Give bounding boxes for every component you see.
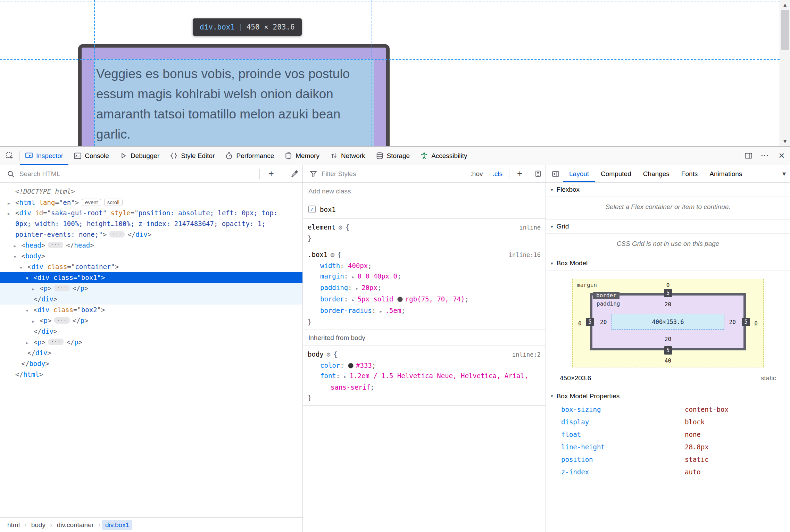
margin-right-value[interactable]: 0: [754, 320, 758, 326]
more-options-icon[interactable]: ···: [757, 147, 773, 165]
add-class-input[interactable]: Add new class: [303, 183, 546, 200]
markup-node[interactable]: ▸<p>···</p>: [0, 337, 302, 348]
markup-node[interactable]: </div>: [0, 348, 302, 358]
all-tabs-icon[interactable]: ▼: [778, 165, 790, 182]
box-model-section-header[interactable]: ▾ Box Model: [546, 256, 790, 271]
border-right-value[interactable]: 5: [742, 318, 750, 326]
property-name[interactable]: border: [320, 295, 344, 303]
twisty-icon[interactable]: ▸: [26, 338, 34, 348]
tab-storage[interactable]: Storage: [371, 147, 415, 165]
grid-section-header[interactable]: ▾ Grid: [546, 219, 790, 234]
scroll-down-icon[interactable]: ▼: [780, 136, 790, 146]
box-model-properties-header[interactable]: ▾ Box Model Properties: [546, 389, 790, 403]
scrollbar-thumb[interactable]: [781, 10, 789, 50]
markup-node[interactable]: ▸<head>···</head>: [0, 240, 302, 251]
badge-event[interactable]: event: [82, 199, 101, 206]
markup-node-selected[interactable]: ▾<div class="box1">: [0, 272, 302, 283]
page-scrollbar[interactable]: ▲ ▼: [780, 0, 790, 146]
css-declaration[interactable]: padding: ▸20px;: [303, 282, 546, 294]
search-input[interactable]: [19, 170, 256, 178]
css-declaration[interactable]: margin: ▸0 0 40px 0;: [303, 271, 546, 282]
twisty-icon[interactable]: ▸: [14, 241, 22, 251]
tab-network[interactable]: Network: [325, 147, 371, 165]
markup-node[interactable]: 0px; width: 100%; height…100%; z-index: …: [0, 218, 302, 229]
breadcrumb-item[interactable]: body: [28, 520, 49, 530]
padding-bottom-value[interactable]: 20: [665, 336, 671, 342]
breadcrumb-item-selected[interactable]: div.box1: [102, 520, 132, 530]
box-model-border-box[interactable]: border 5 5 5 5 padding 20 20 20 20 400×1…: [590, 293, 746, 350]
ellipsis-expander[interactable]: ···: [48, 242, 63, 248]
margin-bottom-value[interactable]: 40: [665, 357, 671, 364]
gear-icon[interactable]: ⚙: [338, 224, 343, 231]
badge-scroll[interactable]: scroll: [104, 199, 123, 206]
property-name[interactable]: font: [320, 372, 336, 380]
css-declaration[interactable]: border-radius: ▸.5em;: [303, 305, 546, 317]
flexbox-section-header[interactable]: ▾ Flexbox: [546, 183, 790, 197]
breadcrumb-item[interactable]: html: [4, 520, 23, 530]
breadcrumb-item[interactable]: div.container: [54, 520, 97, 530]
filter-styles-input[interactable]: [322, 170, 464, 178]
box-model-content-box[interactable]: 400×153.6: [612, 314, 724, 330]
twisty-icon[interactable]: ▸: [8, 208, 15, 219]
pseudo-class-button[interactable]: :hov: [467, 170, 486, 178]
twisty-icon[interactable]: ▸: [8, 198, 15, 209]
tab-performance[interactable]: Performance: [220, 147, 279, 165]
markup-node[interactable]: ▾<body>: [0, 251, 302, 261]
markup-node[interactable]: ▸<p>···</p>: [0, 283, 302, 294]
gear-icon[interactable]: ⚙: [326, 351, 331, 358]
rule-selector[interactable]: element: [308, 223, 335, 231]
border-bottom-value[interactable]: 5: [664, 346, 672, 355]
tab-debugger[interactable]: Debugger: [114, 147, 165, 165]
markup-node[interactable]: <!DOCTYPE html>: [0, 186, 302, 197]
pick-element-button[interactable]: [0, 147, 19, 165]
expander-icon[interactable]: ▸: [344, 372, 350, 382]
rule-selector[interactable]: body: [308, 350, 324, 358]
sidebar-tab-layout[interactable]: Layout: [563, 165, 595, 182]
sidebar-tab-changes[interactable]: Changes: [637, 165, 675, 182]
markup-node[interactable]: ▾<div class="box2">: [0, 305, 302, 315]
ellipsis-expander[interactable]: ···: [54, 317, 69, 324]
markup-node[interactable]: ▸<p>···</p>: [0, 315, 302, 326]
expander-icon[interactable]: ▸: [356, 283, 361, 294]
print-simulation-icon[interactable]: [530, 165, 546, 182]
twisty-icon[interactable]: ▾: [20, 262, 27, 273]
tab-accessibility[interactable]: Accessibility: [415, 147, 472, 165]
css-declaration[interactable]: width: 400px;: [303, 260, 546, 271]
twisty-icon[interactable]: ▾: [26, 305, 34, 316]
property-name[interactable]: border-radius: [320, 307, 372, 314]
add-node-button[interactable]: +: [263, 165, 279, 182]
dock-side-icon[interactable]: [740, 147, 757, 165]
scroll-up-icon[interactable]: ▲: [780, 0, 790, 10]
markup-node[interactable]: ▸<div id="saka-gui-root" style="position…: [0, 208, 302, 218]
css-declaration[interactable]: color: #333;: [303, 360, 546, 371]
border-left-value[interactable]: 5: [586, 318, 594, 326]
rule-selector[interactable]: .box1: [308, 251, 327, 258]
box-model-margin-box[interactable]: margin 0 40 0 0 border 5 5 5 5 padding 2…: [572, 279, 764, 367]
padding-top-value[interactable]: 20: [665, 301, 671, 308]
twisty-icon[interactable]: ▸: [32, 316, 40, 327]
expander-icon[interactable]: ▸: [352, 272, 358, 282]
markup-node[interactable]: </body>: [0, 358, 302, 369]
twisty-icon[interactable]: ▾: [14, 251, 22, 262]
margin-top-value[interactable]: 0: [666, 282, 670, 289]
ellipsis-expander[interactable]: ···: [109, 231, 125, 238]
tab-inspector[interactable]: Inspector: [20, 147, 68, 165]
markup-node[interactable]: pointer-events: none;">···</div>: [0, 229, 302, 240]
tab-memory[interactable]: Memory: [279, 147, 325, 165]
class-panel-button[interactable]: .cls: [490, 170, 506, 178]
rule-source-link[interactable]: inline:2: [512, 349, 541, 360]
markup-node[interactable]: </html>: [0, 369, 302, 380]
ellipsis-expander[interactable]: ···: [48, 339, 64, 345]
twisty-icon[interactable]: ▸: [32, 284, 40, 294]
rule-source-link[interactable]: inline:16: [509, 250, 541, 260]
close-icon[interactable]: ✕: [773, 147, 790, 165]
sidebar-tab-computed[interactable]: Computed: [595, 165, 637, 182]
expander-icon[interactable]: ▸: [352, 295, 358, 305]
rule-source-link[interactable]: inline: [519, 222, 541, 233]
markup-node[interactable]: </div>: [0, 294, 302, 305]
eyedropper-icon[interactable]: [286, 165, 302, 182]
tab-style-editor[interactable]: Style Editor: [165, 147, 220, 165]
css-declaration[interactable]: border: ▸5px solid rgb(75, 70, 74);: [303, 294, 546, 305]
color-swatch[interactable]: [397, 297, 403, 302]
color-swatch[interactable]: [348, 363, 354, 368]
